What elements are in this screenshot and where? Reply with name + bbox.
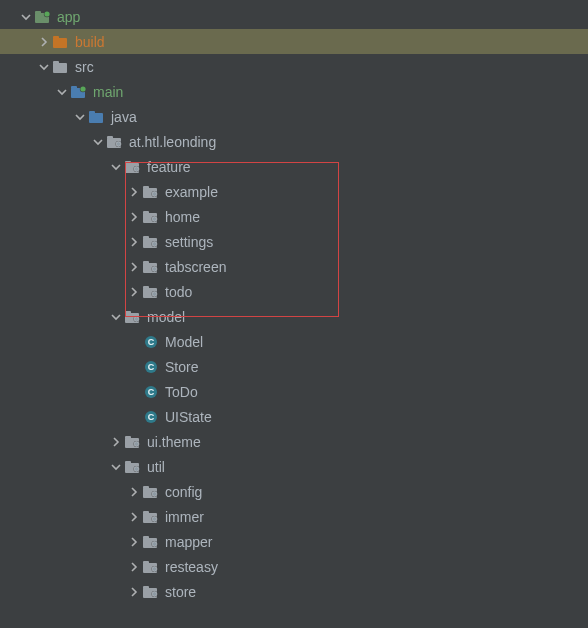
svg-point-69 [152,516,157,521]
tree-item-label: UIState [164,409,212,425]
tree-item-home[interactable]: home [0,204,588,229]
tree-item-label: todo [164,284,192,300]
svg-rect-39 [143,286,149,289]
tree-item-main[interactable]: main [0,79,588,104]
svg-rect-12 [89,113,103,123]
tree-item-settings[interactable]: settings [0,229,588,254]
svg-rect-71 [143,536,149,539]
class-icon: C [142,334,160,350]
svg-point-73 [152,541,157,546]
tree-item-Store[interactable]: CStore [0,354,588,379]
svg-rect-15 [107,136,113,139]
tree-item-example[interactable]: example [0,179,588,204]
chevron-down-icon[interactable] [18,9,34,25]
tree-item-label: resteasy [164,559,218,575]
tree-item-immer[interactable]: immer [0,504,588,529]
package-icon [124,459,142,475]
tree-item-label: tabscreen [164,259,226,275]
tree-item-ToDo[interactable]: CToDo [0,379,588,404]
tree-item-mapper[interactable]: mapper [0,529,588,554]
chevron-down-icon[interactable] [108,459,124,475]
arrow-spacer [126,409,142,425]
chevron-right-icon[interactable] [126,259,142,275]
tree-item-label: Model [164,334,203,350]
tree-item-store[interactable]: store [0,579,588,604]
chevron-down-icon[interactable] [108,309,124,325]
svg-point-29 [152,216,157,221]
svg-rect-23 [143,186,149,189]
svg-rect-19 [125,161,131,164]
arrow-spacer [126,359,142,375]
chevron-right-icon[interactable] [126,209,142,225]
tree-item-UIState[interactable]: CUIState [0,404,588,429]
package-icon [124,159,142,175]
package-icon [142,284,160,300]
tree-item-label: java [110,109,137,125]
svg-rect-6 [53,63,67,73]
tree-item-model[interactable]: model [0,304,588,329]
tree-item-label: ui.theme [146,434,201,450]
svg-rect-5 [53,36,59,39]
tree-item-label: config [164,484,202,500]
svg-rect-59 [125,461,131,464]
package-icon [124,309,142,325]
tree-item-label: model [146,309,185,325]
chevron-down-icon[interactable] [108,159,124,175]
folder-blue-icon [88,109,106,125]
tree-item-label: store [164,584,196,600]
svg-rect-63 [143,486,149,489]
tree-item-Model[interactable]: CModel [0,329,588,354]
svg-point-81 [152,591,157,596]
tree-item-label: Store [164,359,198,375]
chevron-right-icon[interactable] [126,559,142,575]
chevron-right-icon[interactable] [126,534,142,550]
svg-text:C: C [148,362,155,372]
svg-point-37 [152,266,157,271]
svg-rect-35 [143,261,149,264]
chevron-right-icon[interactable] [126,509,142,525]
tree-item-label: home [164,209,200,225]
tree-item-tabscreen[interactable]: tabscreen [0,254,588,279]
chevron-down-icon[interactable] [54,84,70,100]
tree-item-todo[interactable]: todo [0,279,588,304]
chevron-right-icon[interactable] [126,484,142,500]
tree-item-at-htl-leonding[interactable]: at.htl.leonding [0,129,588,154]
chevron-down-icon[interactable] [72,109,88,125]
chevron-right-icon[interactable] [108,434,124,450]
tree-item-app[interactable]: app [0,4,588,29]
package-icon [142,209,160,225]
chevron-down-icon[interactable] [36,59,52,75]
tree-item-label: src [74,59,94,75]
svg-rect-13 [89,111,95,114]
tree-item-label: mapper [164,534,212,550]
package-icon [142,509,160,525]
chevron-down-icon[interactable] [90,134,106,150]
tree-item-java[interactable]: java [0,104,588,129]
svg-point-3 [44,11,49,16]
svg-point-57 [134,441,139,446]
tree-item-ui-theme[interactable]: ui.theme [0,429,588,454]
tree-item-build[interactable]: build [0,29,588,54]
chevron-right-icon[interactable] [126,584,142,600]
chevron-right-icon[interactable] [126,184,142,200]
package-icon [142,259,160,275]
svg-point-11 [80,86,85,91]
svg-point-33 [152,241,157,246]
class-icon: C [142,409,160,425]
chevron-right-icon[interactable] [126,234,142,250]
svg-point-17 [116,141,121,146]
tree-item-feature[interactable]: feature [0,154,588,179]
tree-item-label: ToDo [164,384,198,400]
svg-text:C: C [148,412,155,422]
package-icon [142,559,160,575]
tree-item-label: immer [164,509,204,525]
project-tree[interactable]: appbuildsrcmainjavaat.htl.leondingfeatur… [0,4,588,604]
chevron-right-icon[interactable] [126,284,142,300]
svg-rect-9 [71,86,77,89]
tree-item-src[interactable]: src [0,54,588,79]
chevron-right-icon[interactable] [36,34,52,50]
tree-item-util[interactable]: util [0,454,588,479]
tree-item-resteasy[interactable]: resteasy [0,554,588,579]
svg-point-45 [134,316,139,321]
tree-item-config[interactable]: config [0,479,588,504]
